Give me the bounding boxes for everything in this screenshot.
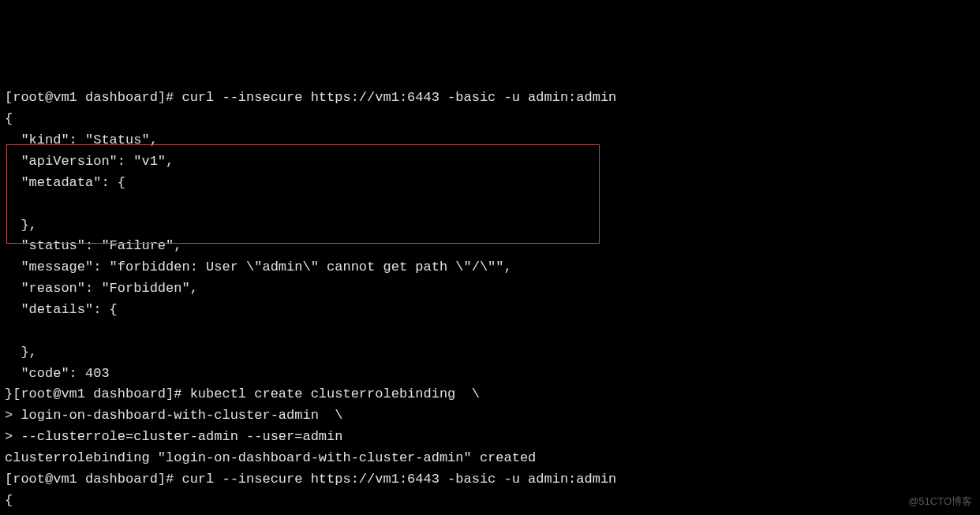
- line-09: "message": "forbidden: User \"admin\" ca…: [5, 259, 512, 274]
- line-16: > login-on-dashboard-with-cluster-admin …: [5, 408, 342, 423]
- line-05: "metadata": {: [5, 175, 125, 190]
- line-18: clusterrolebinding "login-on-dashboard-w…: [5, 450, 536, 465]
- line-11: "details": {: [5, 302, 118, 317]
- line-15: }[root@vm1 dashboard]# kubectl create cl…: [5, 386, 480, 401]
- watermark-text: @51CTO博客: [908, 494, 972, 510]
- line-07: },: [5, 218, 37, 233]
- line-06: [5, 196, 37, 211]
- line-08: "status": "Failure",: [5, 238, 181, 253]
- line-01: [root@vm1 dashboard]# curl --insecure ht…: [5, 90, 616, 105]
- line-19: [root@vm1 dashboard]# curl --insecure ht…: [5, 472, 616, 487]
- line-13: },: [5, 345, 37, 360]
- line-14: "code": 403: [5, 366, 110, 381]
- terminal-output[interactable]: [root@vm1 dashboard]# curl --insecure ht…: [5, 88, 975, 515]
- line-17: > --clusterrole=cluster-admin --user=adm…: [5, 429, 342, 444]
- line-20: {: [5, 493, 13, 508]
- line-03: "kind": "Status",: [5, 132, 158, 147]
- line-04: "apiVersion": "v1",: [5, 154, 174, 169]
- line-10: "reason": "Forbidden",: [5, 281, 198, 296]
- line-12: [5, 323, 37, 338]
- line-02: {: [5, 111, 13, 126]
